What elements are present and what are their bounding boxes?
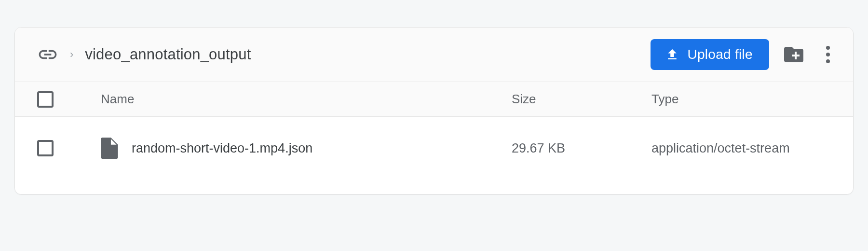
table-header: Name Size Type bbox=[15, 82, 853, 117]
svg-point-2 bbox=[826, 59, 830, 63]
upload-file-label: Upload file bbox=[687, 47, 753, 62]
new-folder-icon bbox=[782, 45, 806, 64]
chevron-right-icon: › bbox=[70, 48, 73, 61]
file-icon bbox=[101, 138, 118, 159]
link-icon[interactable] bbox=[37, 44, 58, 65]
upload-file-button[interactable]: Upload file bbox=[651, 39, 769, 70]
column-header-type[interactable]: Type bbox=[651, 92, 840, 107]
table-row[interactable]: random-short-video-1.mp4.json 29.67 KB a… bbox=[15, 117, 853, 180]
row-checkbox[interactable] bbox=[37, 140, 54, 156]
file-browser-card: › video_annotation_output Upload file Na… bbox=[14, 27, 854, 195]
breadcrumb: › video_annotation_output bbox=[37, 44, 651, 65]
file-name: random-short-video-1.mp4.json bbox=[132, 141, 312, 156]
column-header-name[interactable]: Name bbox=[101, 92, 512, 107]
select-all-checkbox[interactable] bbox=[37, 91, 54, 108]
svg-point-0 bbox=[826, 46, 830, 50]
new-folder-button[interactable] bbox=[780, 42, 808, 67]
svg-point-1 bbox=[826, 53, 830, 56]
column-header-size[interactable]: Size bbox=[512, 92, 651, 107]
upload-icon bbox=[665, 47, 679, 62]
kebab-icon bbox=[826, 46, 830, 63]
toolbar: › video_annotation_output Upload file bbox=[15, 28, 853, 82]
breadcrumb-folder[interactable]: video_annotation_output bbox=[85, 46, 251, 63]
file-type: application/octet-stream bbox=[651, 139, 840, 157]
more-options-button[interactable] bbox=[816, 43, 840, 66]
file-size: 29.67 KB bbox=[512, 141, 651, 156]
